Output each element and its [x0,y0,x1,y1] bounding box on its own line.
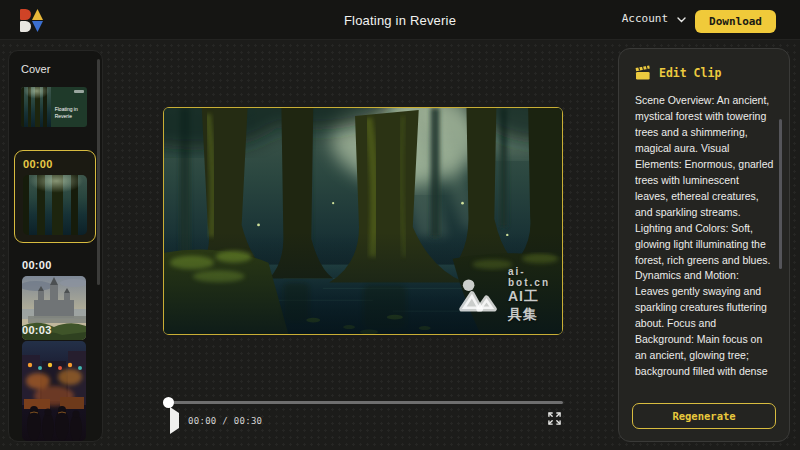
clip-timestamp: 00:03 [22,324,88,336]
sidebar-scrollbar[interactable] [97,59,100,285]
clip-item-3[interactable]: 00:03 [14,317,96,442]
cover-mini-title: Floating in Reverie [55,106,83,119]
clip-timestamp: 00:00 [23,158,87,170]
clip-item-1-selected[interactable]: 00:00 [14,150,96,243]
play-button[interactable] [168,413,180,426]
cover-mini-logo [74,90,84,93]
download-button[interactable]: Download [695,10,776,33]
edit-clip-header: Edit Clip [635,65,721,80]
cover-section-label: Cover [21,63,50,75]
expand-icon [548,412,561,425]
top-bar: Floating in Reverie Account Download [0,0,800,40]
watermark-line2: AI工具集 [508,288,550,324]
regenerate-button[interactable]: Regenerate [632,403,776,429]
watermark-text: ai-bot.cn AI工具集 [508,266,550,324]
time-display: 00:00 / 00:30 [188,416,262,426]
cover-thumbnail-title-panel: Floating in Reverie [51,87,87,127]
play-icon [170,407,179,434]
clip-timestamp: 00:00 [22,259,88,271]
watermark: ai-bot.cn AI工具集 [455,266,550,324]
clapperboard-icon [635,65,651,80]
progress-bar[interactable] [163,401,563,404]
cover-thumbnail-image [21,87,51,127]
scene-description-text[interactable]: Scene Overview: An ancient, mystical for… [635,93,775,383]
fullscreen-button[interactable] [546,412,562,428]
cover-thumbnail[interactable]: Floating in Reverie [21,87,87,127]
clip-sidebar: Cover Floating in Reverie 00:00 00:00 [8,50,103,442]
progress-knob[interactable] [163,397,174,408]
chevron-down-icon [677,13,686,25]
clip-thumbnail-forest [23,175,87,235]
clip-thumbnail-market [22,341,86,441]
edit-clip-label: Edit Clip [659,66,721,80]
description-scrollbar[interactable] [779,119,782,269]
edit-clip-panel: Edit Clip Scene Overview: An ancient, my… [618,48,790,442]
video-player[interactable]: ai-bot.cn AI工具集 [163,107,563,335]
account-label: Account [622,12,668,25]
watermark-line1: ai-bot.cn [508,266,550,288]
account-menu[interactable]: Account [622,12,686,25]
ai-bot-logo-icon [455,275,501,314]
